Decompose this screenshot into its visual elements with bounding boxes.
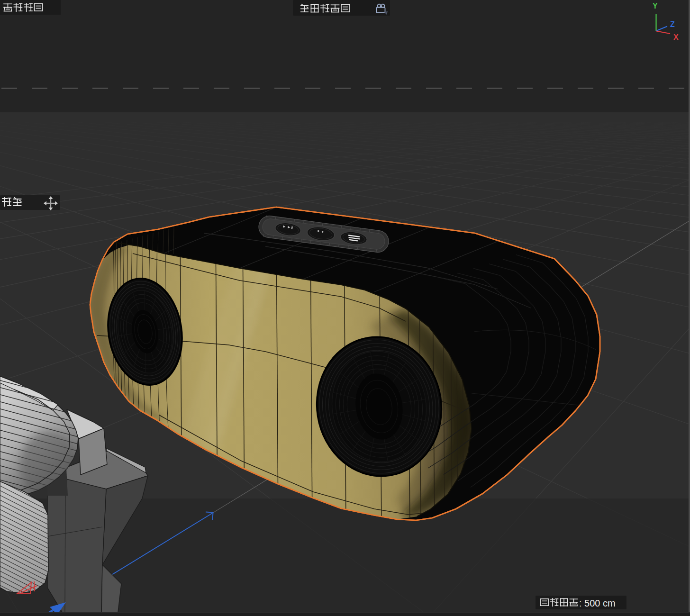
svg-text:X: X: [673, 33, 679, 41]
svg-text:Y: Y: [653, 2, 658, 10]
svg-text:: 500 cm: : 500 cm: [579, 598, 616, 608]
svg-text:Z: Z: [670, 20, 675, 28]
